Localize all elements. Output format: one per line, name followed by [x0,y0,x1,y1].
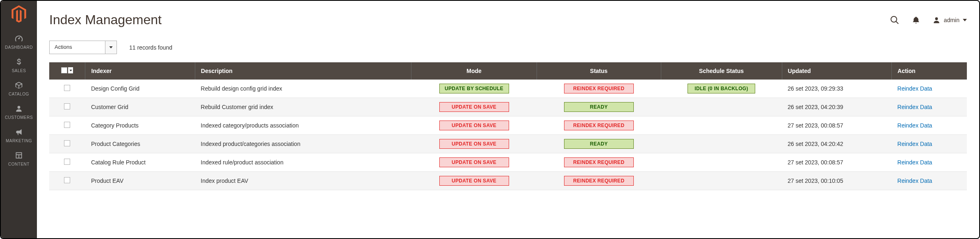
actions-label: Actions [50,41,105,54]
indexer-description: Indexed rule/product association [195,153,411,172]
header-actions: admin [890,15,967,25]
grid-toolbar: Actions 11 records found [49,41,967,54]
empty-cell [667,121,776,130]
select-all-checkbox[interactable] [61,67,67,73]
status-badge: READY [564,102,634,112]
nav-label: SALES [12,68,26,73]
nav-marketing[interactable]: MARKETING [1,123,37,146]
nav-label: CATALOG [9,92,29,96]
megaphone-icon [14,127,24,137]
svg-point-0 [891,16,897,22]
row-checkbox[interactable] [64,85,70,91]
chevron-down-icon [963,19,967,21]
indexer-description: Rebuild design config grid index [195,80,411,98]
header-indexer[interactable]: Indexer [85,62,195,80]
nav-customers[interactable]: CUSTOMERS [1,100,37,123]
indexer-name: Category Products [85,116,195,135]
user-icon [932,16,941,24]
empty-cell [667,176,776,185]
empty-cell [667,158,776,167]
row-checkbox[interactable] [64,177,70,183]
mode-badge: UPDATE ON SAVE [439,157,509,167]
table-row: Category Products Indexed category/produ… [49,116,967,135]
table-row: Design Config Grid Rebuild design config… [49,80,967,98]
main-content: Index Management admin Actions 11 record… [37,1,979,238]
empty-cell [667,139,776,148]
table-row: Customer Grid Rebuild Customer grid inde… [49,98,967,116]
header-updated[interactable]: Updated [782,62,891,80]
status-badge: REINDEX REQUIRED [564,157,634,167]
schedule-badge: IDLE (0 IN BACKLOG) [688,84,755,93]
empty-cell [667,102,776,112]
mode-badge: UPDATE ON SAVE [439,176,509,186]
table-row: Product EAV Index product EAV UPDATE ON … [49,172,967,190]
nav-label: CUSTOMERS [5,115,33,120]
nav-label: DASHBOARD [5,45,33,50]
updated-time: 27 set 2023, 00:10:05 [782,172,891,190]
nav-label: MARKETING [6,139,32,143]
indexer-name: Catalog Rule Product [85,153,195,172]
person-icon [14,104,24,114]
actions-toggle[interactable] [105,41,117,54]
nav-sales[interactable]: SALES [1,53,37,76]
updated-time: 26 set 2023, 04:20:39 [782,98,891,116]
select-all-toggle[interactable] [68,67,73,73]
nav-content[interactable]: CONTENT [1,146,37,170]
page-header: Index Management admin [49,12,967,27]
status-badge: REINDEX REQUIRED [564,84,634,93]
reindex-link[interactable]: Reindex Data [898,141,932,147]
header-schedule[interactable]: Schedule Status [661,62,782,80]
status-badge: REINDEX REQUIRED [564,121,634,130]
mode-badge: UPDATE ON SAVE [439,102,509,112]
reindex-link[interactable]: Reindex Data [898,85,932,92]
row-checkbox[interactable] [64,122,70,128]
indexer-name: Customer Grid [85,98,195,116]
search-icon[interactable] [890,15,900,25]
reindex-link[interactable]: Reindex Data [898,178,932,184]
header-description[interactable]: Description [195,62,411,80]
reindex-link[interactable]: Reindex Data [898,159,932,166]
reindex-link[interactable]: Reindex Data [898,104,932,110]
table-row: Product Categories Indexed product/categ… [49,135,967,153]
gauge-icon [14,34,24,43]
row-checkbox[interactable] [64,159,70,165]
indexer-description: Indexed category/products association [195,116,411,135]
layout-icon [14,150,24,160]
status-badge: REINDEX REQUIRED [564,176,634,186]
updated-time: 27 set 2023, 00:08:57 [782,153,891,172]
updated-time: 26 set 2023, 04:20:42 [782,135,891,153]
indexer-name: Design Config Grid [85,80,195,98]
header-checkbox[interactable] [49,62,85,80]
nav-dashboard[interactable]: DASHBOARD [1,30,37,53]
mode-badge: UPDATE ON SAVE [439,139,509,149]
indexer-name: Product Categories [85,135,195,153]
nav-label: CONTENT [8,162,30,166]
row-checkbox[interactable] [64,103,70,109]
svg-line-1 [896,21,898,24]
indexer-description: Index product EAV [195,172,411,190]
chevron-down-icon [109,46,113,48]
reindex-link[interactable]: Reindex Data [898,122,932,129]
header-status[interactable]: Status [537,62,661,80]
indexer-name: Product EAV [85,172,195,190]
page-title: Index Management [49,12,162,27]
bell-icon[interactable] [911,15,921,25]
actions-dropdown[interactable]: Actions [49,41,117,54]
indexer-description: Indexed product/categories association [195,135,411,153]
updated-time: 26 set 2023, 09:29:33 [782,80,891,98]
table-row: Catalog Rule Product Indexed rule/produc… [49,153,967,172]
box-icon [14,80,24,90]
header-action[interactable]: Action [892,62,967,80]
dollar-icon [14,57,24,67]
index-grid: Indexer Description Mode Status Schedule… [49,62,967,190]
admin-sidebar: DASHBOARD SALES CATALOG CUSTOMERS MARKET… [1,1,37,238]
updated-time: 27 set 2023, 00:08:57 [782,116,891,135]
table-header-row: Indexer Description Mode Status Schedule… [49,62,967,80]
user-name: admin [944,17,959,23]
user-menu[interactable]: admin [932,16,967,24]
row-checkbox[interactable] [64,140,70,146]
records-count: 11 records found [129,44,172,51]
header-mode[interactable]: Mode [411,62,537,80]
nav-catalog[interactable]: CATALOG [1,76,37,100]
magento-logo[interactable] [11,6,27,22]
